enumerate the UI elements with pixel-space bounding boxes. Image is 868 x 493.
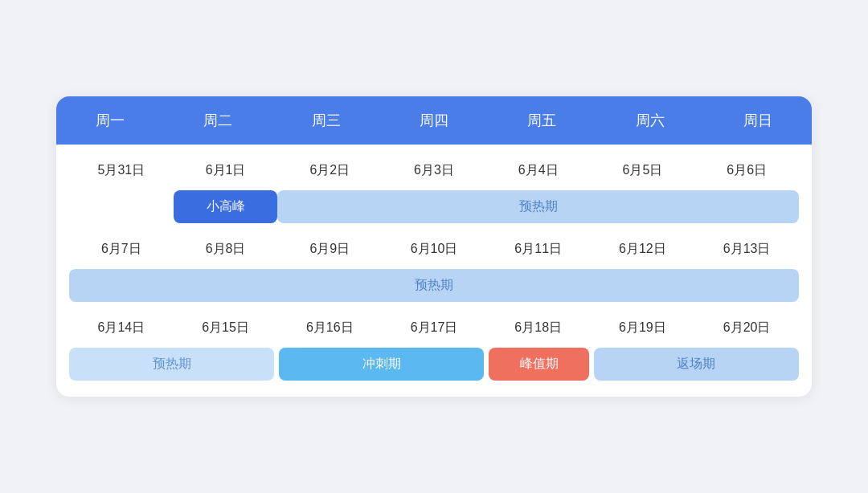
date-63: 6月3日 [382,157,486,184]
event-fengzhi: 峰值期 [489,348,589,381]
date-615: 6月15日 [174,315,278,341]
date-68: 6月8日 [174,236,278,263]
date-62: 6月2日 [277,157,382,184]
header-tue: 周二 [164,96,272,145]
event-yure-1: 预热期 [277,190,799,223]
week1-events: 小高峰 预热期 [69,190,799,223]
date-613: 6月13日 [694,236,799,263]
week2-dates: 6月7日 6月8日 6月9日 6月10日 6月11日 6月12日 6月13日 [69,236,799,263]
header-sun: 周日 [704,96,812,145]
event-chongci: 冲刺期 [279,348,484,381]
week1-dates: 5月31日 6月1日 6月2日 6月3日 6月4日 6月5日 6月6日 [69,157,799,184]
calendar-header: 周一 周二 周三 周四 周五 周六 周日 [56,96,812,145]
header-fri: 周五 [488,96,596,145]
date-65: 6月5日 [591,157,695,184]
header-thu: 周四 [380,96,488,145]
header-mon: 周一 [56,96,164,145]
date-69: 6月9日 [277,236,382,263]
date-620: 6月20日 [694,315,799,341]
date-531: 5月31日 [69,157,174,184]
date-616: 6月16日 [277,315,382,341]
header-wed: 周三 [272,96,380,145]
week2-events: 预热期 [69,269,799,302]
event-xiaogaofeng: 小高峰 [174,190,278,223]
date-619: 6月19日 [591,315,695,341]
event-fanchang: 返场期 [594,348,799,381]
event-yure-2: 预热期 [69,269,799,302]
event-yure-3: 预热期 [69,348,274,381]
date-66: 6月6日 [694,157,799,184]
date-67: 6月7日 [69,236,174,263]
date-64: 6月4日 [486,157,591,184]
date-610: 6月10日 [382,236,486,263]
date-612: 6月12日 [591,236,695,263]
date-618: 6月18日 [486,315,591,341]
date-614: 6月14日 [69,315,174,341]
date-617: 6月17日 [382,315,486,341]
calendar-card: 周一 周二 周三 周四 周五 周六 周日 5月31日 6月1日 6月2日 6月3… [56,96,812,397]
date-61: 6月1日 [174,157,278,184]
week3-events: 预热期 冲刺期 峰值期 返场期 [69,348,799,381]
header-sat: 周六 [596,96,703,145]
week3-dates: 6月14日 6月15日 6月16日 6月17日 6月18日 6月19日 6月20… [69,315,799,341]
date-611: 6月11日 [486,236,591,263]
calendar-body: 5月31日 6月1日 6月2日 6月3日 6月4日 6月5日 6月6日 小高峰 … [56,157,812,397]
